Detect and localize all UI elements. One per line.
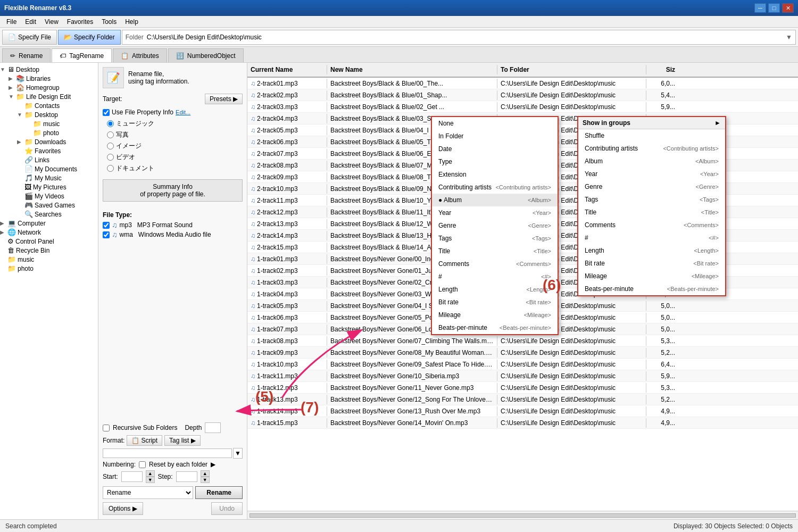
rename-action-select[interactable]: Rename [103,486,193,499]
ctx2-title[interactable]: Title<Title> [578,206,725,219]
table-row[interactable]: ♫1-track13.mp3 Backstreet Boys/Never Gon… [247,394,798,405]
folder-dropdown-arrow[interactable]: ▼ [786,34,792,41]
use-file-property-checkbox[interactable] [103,109,110,116]
reset-per-folder-checkbox[interactable] [139,461,146,468]
ctx-title[interactable]: Title<Title> [432,245,558,257]
start-down-button[interactable]: ▼ [146,477,155,483]
header-to-folder[interactable]: To Folder [497,65,646,74]
ctx-mileage[interactable]: Mileage<Mileage> [432,309,558,321]
radio-document[interactable]: ドキュメント [103,164,243,173]
tree-item-downloads[interactable]: ▶ 📁 Downloads [0,137,98,146]
maximize-button[interactable]: □ [768,3,780,13]
ctx2-length[interactable]: Length<Length> [578,244,725,257]
script-button[interactable]: 📋 Script [127,435,162,446]
minimize-button[interactable]: ─ [754,3,766,13]
ctx2-bitrate[interactable]: Bit rate<Bit rate> [578,257,725,270]
tree-item-computer[interactable]: ▶ 💻 Computer [0,219,98,228]
options-button[interactable]: Options ▶ [103,502,143,515]
step-down-button[interactable]: ▼ [201,477,210,483]
wma-checkbox[interactable] [103,231,110,238]
radio-video[interactable]: ビデオ [103,153,243,162]
radio-image[interactable]: イメージ [103,142,243,151]
table-row[interactable]: ♫2-track02.mp3 Backstreet Boys/Black & B… [247,89,798,101]
rename-execute-button[interactable]: Rename [195,486,243,499]
ctx-none[interactable]: None [432,117,558,130]
tree-item-mymusic[interactable]: 🎵 My Music [0,173,98,182]
tree-item-desktop2[interactable]: ▼ 📁 Desktop [0,110,98,119]
tree-item-searches[interactable]: 🔍 Searches [0,210,98,219]
menu-view[interactable]: View [40,17,63,27]
ctx2-tags[interactable]: Tags<Tags> [578,193,725,206]
ctx-comments[interactable]: Comments<Comments> [432,257,558,270]
ctx-hash[interactable]: #<#> [432,270,558,283]
ctx2-album[interactable]: Album<Album> [578,155,725,168]
ctx-date[interactable]: Date [432,143,558,155]
specify-folder-button[interactable]: 📂 Specify Folder [58,30,121,45]
recursive-checkbox[interactable] [103,425,110,431]
ctx2-contributing[interactable]: Contributing artists<Contributing artist… [578,142,725,155]
table-row[interactable]: ♫1-track08.mp3 Backstreet Boys/Never Gon… [247,335,798,347]
tree-item-mypictures[interactable]: 🖼 My Pictures [0,182,98,192]
ctx-bpm[interactable]: Beats-per-minute<Beats-per-minute> [432,321,558,334]
horizontal-scrollbar[interactable] [247,511,798,519]
tree-item-recyclebin[interactable]: 🗑 Recycle Bin [0,246,98,255]
tree-item-savedgames[interactable]: 🎮 Saved Games [0,201,98,210]
table-row[interactable]: ♫2-track01.mp3 Backstreet Boys/Black & B… [247,78,798,89]
format-input[interactable]: <Contributing artists>/<Album>/??_<Title… [103,448,232,458]
menu-file[interactable]: File [2,17,21,27]
tree-item-controlpanel[interactable]: ⚙ Control Panel [0,237,98,246]
table-row[interactable]: ♫2-track03.mp3 Backstreet Boys/Black & B… [247,101,798,113]
header-size[interactable]: Siz [646,65,678,74]
taglist-button[interactable]: Tag list ▶ [164,435,201,446]
tree-item-desktop[interactable]: ▼ 🖥 Desktop [0,65,98,74]
format-dropdown-button[interactable]: ▼ [233,448,243,459]
tree-item-links[interactable]: 🔗 Links [0,155,98,164]
mp3-checkbox[interactable] [103,222,110,229]
menu-favorites[interactable]: Favorites [63,17,97,27]
table-row[interactable]: ♫1-track15.mp3 Backstreet Boys/Never Gon… [247,417,798,429]
ctx2-bpm[interactable]: Beats-per-minute<Beats-per-minute> [578,282,725,295]
tab-attributes[interactable]: 📋 Attributes [113,48,167,62]
tree-item-network[interactable]: ▶ 🌐 Network [0,228,98,237]
presets-button[interactable]: Presets ▶ [205,94,243,104]
menu-tools[interactable]: Tools [97,17,121,27]
tree-item-photo2[interactable]: 📁 photo [0,264,98,273]
header-current-name[interactable]: Current Name [247,65,327,74]
ctx-year[interactable]: Year<Year> [432,206,558,219]
tree-item-music[interactable]: 📁 music [0,119,98,128]
step-up-button[interactable]: ▲ [201,470,210,477]
ctx2-hash[interactable]: #<#> [578,231,725,244]
ctx2-genre[interactable]: Genre<Genre> [578,180,725,193]
start-input[interactable]: 0 [121,471,143,482]
tab-tagrename[interactable]: 🏷 TagRename [52,48,112,62]
tree-item-myvideos[interactable]: 🎬 My Videos [0,192,98,201]
step-input[interactable]: 1 [176,471,197,482]
tree-item-favorites[interactable]: ⭐ Favorites [0,146,98,155]
edit-link[interactable]: Edit... [176,109,190,115]
tab-numberedobject[interactable]: 🔢 NumberedObject [168,48,244,62]
ctx2-year[interactable]: Year<Year> [578,168,725,180]
radio-music[interactable]: ミュージック [103,119,243,128]
ctx2-header[interactable]: Show in groups ► [578,117,725,129]
tree-item-music2[interactable]: 📁 music [0,255,98,264]
tree-item-libraries[interactable]: ▶ 📚 Libraries [0,74,98,83]
ctx-bitrate[interactable]: Bit rate<Bit rate> [432,296,558,309]
hscroll-thumb[interactable] [250,513,796,518]
undo-button[interactable]: Undo [211,502,243,515]
tab-rename[interactable]: ✏ Rename [2,48,51,62]
ctx2-comments[interactable]: Comments<Comments> [578,219,725,231]
header-new-name[interactable]: New Name [327,65,497,74]
ctx-extension[interactable]: Extension [432,168,558,181]
ctx-album[interactable]: ● Album<Album> [432,194,558,206]
ctx-type[interactable]: Type [432,155,558,168]
tree-item-mydocs[interactable]: 📄 My Documents [0,164,98,173]
table-row[interactable]: ♫1-track11.mp3 Backstreet Boys/Never Gon… [247,370,798,382]
depth-input[interactable]: 1 [205,422,221,433]
ctx-contributing[interactable]: Contributing artists<Contributing artist… [432,181,558,194]
table-row[interactable]: ♫1-track09.mp3 Backstreet Boys/Never Gon… [247,347,798,359]
close-button[interactable]: ✕ [782,3,794,13]
ctx-genre[interactable]: Genre<Genre> [432,219,558,232]
ctx-length[interactable]: Length<Length> [432,283,558,296]
menu-edit[interactable]: Edit [21,17,40,27]
ctx2-shuffle[interactable]: Shuffle [578,129,725,142]
